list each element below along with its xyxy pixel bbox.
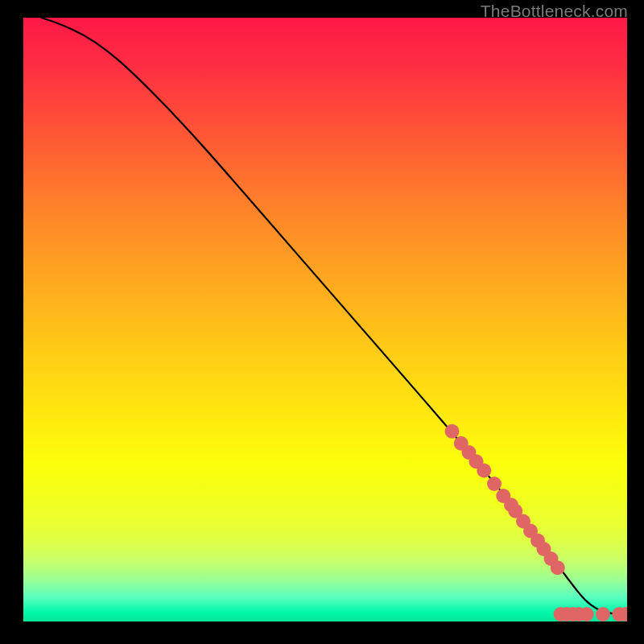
curve-line	[42, 18, 628, 614]
chart-svg	[23, 18, 627, 621]
marker-dot	[551, 560, 565, 575]
plot-area	[23, 18, 627, 621]
chart-stage: TheBottleneck.com	[0, 0, 644, 644]
marker-dot	[596, 607, 610, 621]
marker-group	[445, 424, 628, 621]
marker-dot	[477, 464, 491, 478]
marker-dot	[445, 424, 460, 439]
marker-dot	[580, 607, 594, 621]
marker-dot	[487, 477, 502, 491]
